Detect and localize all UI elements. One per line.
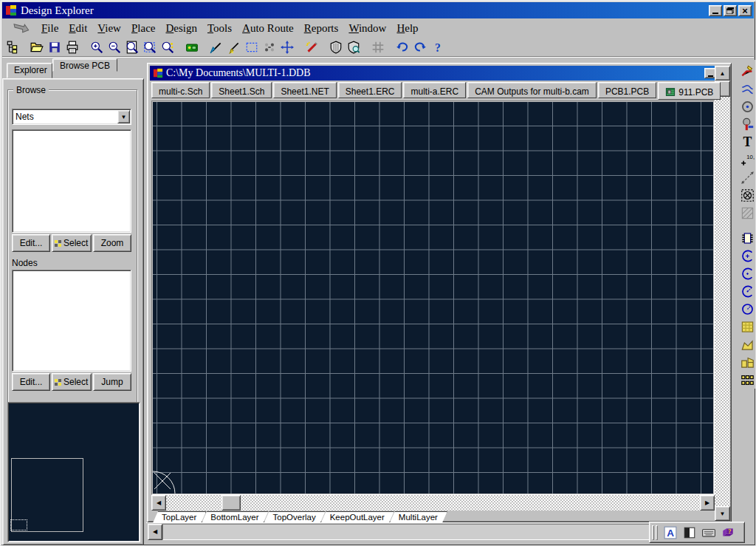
dropdown-arrow-button[interactable]: ▼: [117, 110, 130, 123]
design-rule-check-button[interactable]: [327, 38, 345, 56]
select-area-button[interactable]: [243, 38, 261, 56]
keepout-button[interactable]: [738, 187, 756, 203]
scroll-down-button[interactable]: ▼: [715, 506, 730, 521]
polygon-plane-button[interactable]: [738, 336, 756, 352]
rectangle-button[interactable]: [680, 524, 699, 542]
nets-zoom-button[interactable]: Zoom: [93, 234, 131, 252]
split-plane-button[interactable]: [738, 354, 756, 370]
room-button[interactable]: [738, 205, 756, 221]
toolbar-grip[interactable]: [652, 525, 654, 540]
close-button[interactable]: ×: [738, 5, 752, 16]
toolbar-grip[interactable]: [656, 525, 658, 540]
restore-button[interactable]: [724, 5, 737, 16]
doc-tab-multi-a-erc[interactable]: multi-a.ERC: [403, 82, 466, 98]
app-logo-icon: [5, 4, 17, 16]
explorer-toggle-button[interactable]: [4, 38, 21, 56]
nodes-listbox[interactable]: [12, 270, 131, 372]
print-button[interactable]: [63, 38, 81, 56]
scroll-up-button[interactable]: ▲: [715, 66, 730, 81]
layer-tab-toplayer[interactable]: TopLayer: [152, 511, 206, 522]
app-titlebar[interactable]: Design Explorer ×: [2, 2, 754, 18]
multiple-tracks-button[interactable]: [738, 81, 756, 97]
interactive-routing-button[interactable]: [738, 63, 756, 79]
zoom-out-button[interactable]: [106, 38, 123, 56]
menu-file[interactable]: File: [36, 21, 63, 36]
zoom-document-button[interactable]: [123, 38, 141, 56]
menu-window[interactable]: Window: [343, 21, 391, 36]
layer-tab-topoverlay[interactable]: TopOverlay: [264, 511, 326, 522]
component-button[interactable]: [738, 230, 756, 246]
nodes-edit-button[interactable]: Edit...: [12, 373, 50, 391]
doc-tab-911-pcb[interactable]: 911.PCB: [658, 82, 721, 100]
full-circle-button[interactable]: [738, 301, 756, 317]
arc-center-button[interactable]: [738, 265, 756, 281]
pad-button[interactable]: [738, 98, 756, 115]
menu-help[interactable]: Help: [391, 21, 423, 36]
scroll-right-button[interactable]: ▶: [700, 495, 715, 511]
doc-vscrollbar[interactable]: ▲ ▼: [715, 66, 730, 521]
doc-hscrollbar[interactable]: ◀ ▶: [151, 495, 715, 511]
minimap[interactable]: [7, 402, 140, 542]
arc-edge-button[interactable]: [738, 248, 756, 264]
redo-button[interactable]: [411, 38, 429, 56]
browse-dropdown[interactable]: Nets ▼: [12, 109, 131, 125]
nets-listbox[interactable]: [12, 129, 131, 233]
cross-probe-button[interactable]: [183, 38, 201, 56]
move-selection-button[interactable]: [261, 38, 278, 56]
document-titlebar[interactable]: C:\My Documents\MULTI-1.DDB: [150, 66, 729, 81]
grid-toggle-button[interactable]: [369, 38, 387, 56]
highlight-connection-button[interactable]: [225, 38, 243, 56]
menu-edit[interactable]: Edit: [63, 21, 92, 36]
text-a-button[interactable]: A: [661, 524, 680, 542]
zoom-in-button[interactable]: [88, 38, 106, 56]
via-button[interactable]: [738, 116, 756, 132]
fill-button[interactable]: [738, 318, 756, 335]
nets-select-button[interactable]: Select: [52, 234, 92, 252]
highlight-net-button[interactable]: [207, 38, 225, 56]
menu-design[interactable]: Design: [160, 21, 202, 36]
pcb-canvas[interactable]: [153, 102, 713, 494]
tab-explorer[interactable]: Explorer: [7, 63, 52, 78]
layer-tab-bottomlayer[interactable]: BottomLayer: [201, 511, 268, 522]
minimap-viewport[interactable]: [10, 519, 27, 530]
arc-any-angle-button[interactable]: [738, 283, 756, 299]
arrow-up-icon: ▲: [720, 70, 726, 77]
paste-array-button[interactable]: [738, 372, 756, 388]
hscroll-thumb[interactable]: [221, 495, 241, 511]
menu-arrow-icon[interactable]: [11, 22, 30, 34]
help-button[interactable]: ?: [429, 38, 447, 56]
save-button[interactable]: [46, 38, 63, 56]
dimension-button[interactable]: [738, 169, 756, 185]
tab-browse-pcb[interactable]: Browse PCB: [52, 58, 117, 72]
layer-tab-keepoutlayer[interactable]: KeepOutLayer: [320, 511, 394, 522]
string-button[interactable]: T: [738, 134, 756, 150]
run-drc-button[interactable]: [345, 38, 362, 56]
wizard-button[interactable]: [303, 38, 320, 56]
menu-tools[interactable]: Tools: [202, 21, 237, 36]
menu-place[interactable]: Place: [126, 21, 160, 36]
doc-tab-pcb1-pcb[interactable]: PCB1.PCB: [598, 82, 656, 98]
menu-auto-route[interactable]: Auto Route: [237, 21, 299, 36]
nets-edit-button[interactable]: Edit...: [12, 234, 50, 252]
menu-view[interactable]: View: [92, 21, 126, 36]
zoom-area-button[interactable]: [141, 38, 159, 56]
zoom-point-button[interactable]: [159, 38, 176, 56]
coordinate-button[interactable]: 10,10: [738, 151, 756, 168]
nodes-select-button[interactable]: Select: [52, 373, 92, 391]
move-object-button[interactable]: [278, 38, 296, 56]
nodes-jump-button[interactable]: Jump: [93, 373, 131, 391]
undo-button[interactable]: [394, 38, 411, 56]
layer-tab-multilayer[interactable]: MultiLayer: [389, 511, 447, 522]
menu-reports[interactable]: Reports: [299, 21, 344, 36]
doc-tab-multi-c-sch[interactable]: multi-c.Sch: [151, 82, 210, 98]
open-document-button[interactable]: [28, 38, 46, 56]
help-book-button[interactable]: ?: [718, 524, 738, 542]
doc-tab-sheet1-sch[interactable]: Sheet1.Sch: [211, 82, 272, 98]
doc-tab-sheet1-net[interactable]: Sheet1.NET: [273, 82, 336, 98]
scroll-left-button[interactable]: ◀: [151, 495, 166, 511]
minimize-button[interactable]: [709, 5, 722, 16]
doc-tab-sheet1-erc[interactable]: Sheet1.ERC: [338, 82, 402, 98]
doc-tab-cam-outputs-for-multi-b-cam[interactable]: CAM Outputs for multi-b.cam: [467, 82, 597, 98]
keyboard-button[interactable]: [699, 524, 718, 542]
mdi-scroll-left-button[interactable]: ◀: [148, 524, 162, 540]
